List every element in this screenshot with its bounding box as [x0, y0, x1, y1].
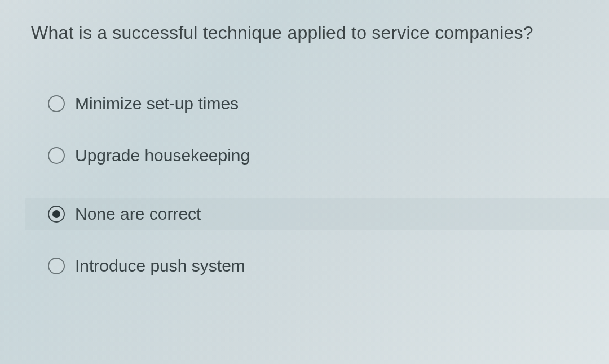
radio-icon[interactable] — [48, 206, 65, 223]
option-label: Upgrade housekeeping — [75, 146, 250, 165]
radio-dot-icon — [52, 210, 60, 218]
question-text: What is a successful technique applied t… — [31, 23, 578, 43]
option-label: Minimize set-up times — [75, 94, 239, 113]
radio-icon[interactable] — [48, 95, 65, 112]
option-row-3[interactable]: Introduce push system — [48, 256, 578, 276]
radio-icon[interactable] — [48, 258, 65, 274]
option-label: Introduce push system — [75, 256, 245, 276]
option-label: None are correct — [75, 205, 201, 224]
radio-icon[interactable] — [48, 147, 65, 164]
option-row-1[interactable]: Upgrade housekeeping — [48, 146, 578, 165]
options-list: Minimize set-up times Upgrade housekeepi… — [31, 94, 578, 276]
option-row-0[interactable]: Minimize set-up times — [48, 94, 578, 113]
option-row-2[interactable]: None are correct — [25, 198, 609, 230]
